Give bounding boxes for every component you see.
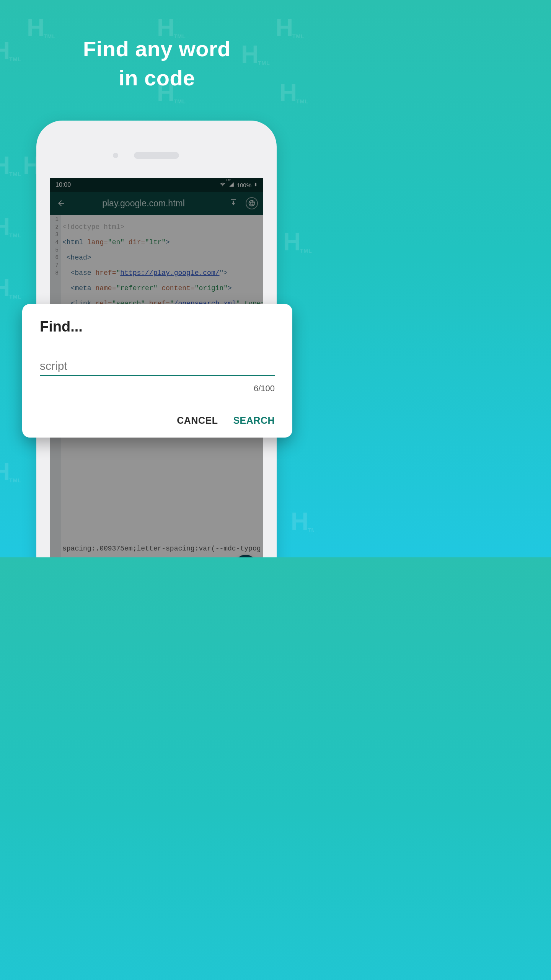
char-counter: 6/100	[40, 384, 275, 394]
phone-camera	[113, 153, 118, 158]
find-dialog: Find... 6/100 CANCEL SEARCH	[22, 304, 292, 438]
bg-h-icon: HTML	[0, 214, 10, 239]
find-input-wrap	[40, 359, 275, 376]
cancel-button[interactable]: CANCEL	[177, 415, 218, 426]
find-input[interactable]	[40, 359, 275, 372]
bg-h-icon: HTML	[0, 153, 10, 178]
promo-line1: Find any word	[0, 34, 314, 64]
phone-speaker	[134, 152, 179, 159]
dialog-actions: CANCEL SEARCH	[40, 415, 275, 426]
search-button[interactable]: SEARCH	[233, 415, 275, 426]
bg-h-icon: HTML	[291, 509, 308, 534]
promo-line2: in code	[0, 64, 314, 93]
bg-h-icon: HTML	[0, 459, 10, 484]
bg-h-icon: HTML	[283, 230, 301, 254]
bg-h-icon: HTML	[0, 276, 10, 300]
dialog-title: Find...	[40, 318, 275, 335]
promo-headline: Find any word in code	[0, 34, 314, 92]
